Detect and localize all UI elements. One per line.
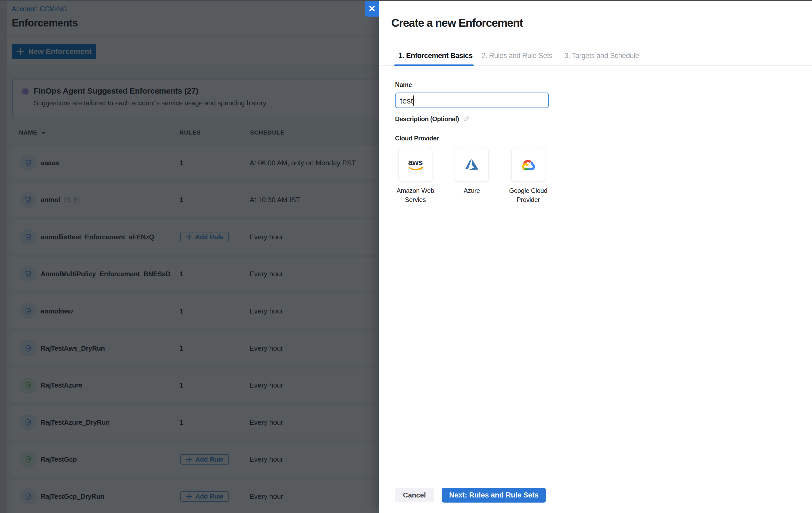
svg-text:aws: aws <box>408 159 423 167</box>
